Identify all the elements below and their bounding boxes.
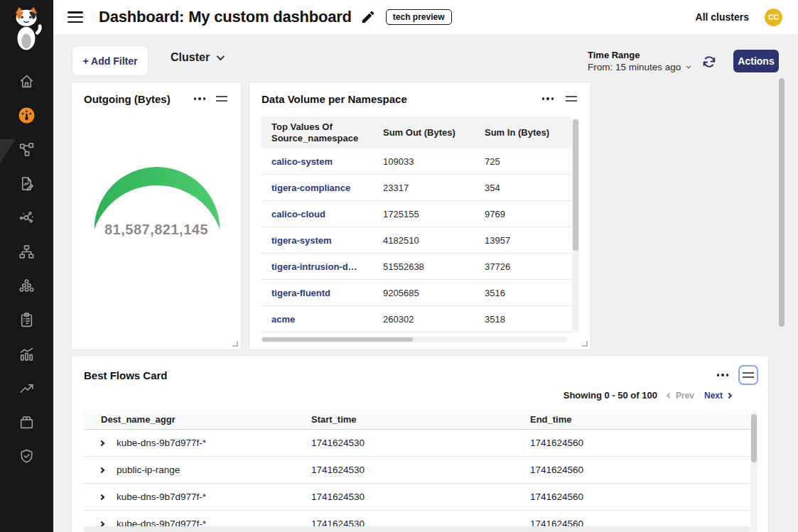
cluster-scope-selector[interactable]: All clusters [696, 11, 749, 23]
time-range-label: Time Range [588, 50, 689, 60]
service-graph-icon [18, 141, 36, 158]
more-options-icon[interactable] [539, 94, 557, 103]
next-label: Next [704, 391, 723, 401]
time-range-selector[interactable]: Time Range From: 15 minutes ago [588, 50, 689, 72]
dest-name: kube-dns-9b7d977f-* [117, 492, 206, 502]
dashboard-gauge-icon [18, 107, 36, 124]
namespace-link[interactable]: calico-cloud [271, 209, 325, 219]
sidebar-item-endpoints[interactable] [0, 271, 53, 300]
actions-button[interactable]: Actions [733, 50, 779, 72]
sitemap-icon [18, 243, 36, 261]
sidebar-item-trends[interactable] [0, 374, 53, 402]
vertical-scrollbar[interactable] [750, 411, 757, 532]
end-time: 1741624560 [530, 465, 750, 475]
table-row: calico-cloud 1725155 9769 [261, 201, 572, 227]
more-options-icon[interactable] [714, 371, 732, 379]
sidebar-item-service-graph[interactable] [0, 135, 53, 163]
table-row: public-ip-range 1741624530 1741624560 [84, 457, 750, 484]
namespace-link[interactable]: calico-system [271, 156, 333, 167]
filter-toolbar: + Add Filter Cluster Time Range From: 15… [53, 34, 798, 81]
sum-out-value: 23317 [372, 183, 474, 193]
expand-row-icon[interactable] [99, 466, 108, 474]
horizontal-scrollbar[interactable] [84, 526, 750, 532]
outgoing-bytes-card: Outgoing (Bytes) 81,587,821,145 [71, 82, 242, 350]
dest-name: public-ip-range [117, 465, 180, 475]
avatar[interactable]: CC [765, 9, 782, 26]
sum-out-value: 1725155 [372, 209, 474, 219]
top-header: Dashboard: My custom dashboard tech prev… [53, 0, 798, 34]
horizontal-scrollbar[interactable] [261, 337, 568, 342]
prev-page-button[interactable]: Prev [667, 391, 694, 401]
table-header-row: Top Values Of Source_namespace Sum Out (… [261, 116, 572, 148]
tech-preview-badge: tech preview [386, 9, 452, 25]
hamburger-menu-icon[interactable] [66, 9, 85, 25]
sidebar-item-dashboards[interactable] [0, 101, 53, 129]
end-time: 1741624560 [530, 492, 750, 502]
next-page-button[interactable]: Next [704, 391, 731, 401]
sidebar-item-home[interactable] [0, 67, 53, 95]
namespace-link[interactable]: acme [271, 314, 295, 325]
resize-handle[interactable] [232, 341, 238, 347]
expand-row-icon[interactable] [99, 493, 108, 501]
cluster-filter-dropdown[interactable]: Cluster [171, 51, 222, 64]
sum-in-value: 725 [474, 156, 572, 167]
sidebar-item-network-sets[interactable] [0, 203, 53, 232]
chevron-left-icon [667, 392, 672, 398]
chevron-down-icon [217, 53, 225, 60]
calico-logo[interactable] [10, 6, 43, 53]
drag-handle-icon[interactable] [214, 92, 230, 105]
drag-handle-icon[interactable] [738, 365, 758, 385]
table-row: kube-dns-9b7d977f-* 1741624530 174162456… [84, 484, 750, 511]
table-row: kube-dns-9b7d977f-* 1741624530 174162456… [84, 430, 750, 457]
sidebar-item-security[interactable] [0, 442, 53, 470]
sum-out-value: 109033 [372, 156, 474, 167]
calico-cat-logo-image [10, 6, 43, 50]
edit-dashboard-button[interactable] [360, 9, 376, 25]
page-title: Dashboard: My custom dashboard [99, 8, 352, 26]
namespace-link[interactable]: tigera-intrusion-d… [271, 261, 357, 272]
start-time: 1741624530 [311, 465, 530, 475]
start-time: 1741624530 [311, 438, 530, 448]
pagination: Showing 0 - 50 of 100 Prev Next [564, 390, 731, 401]
table-row: tigera-fluentd 9205685 3516 [261, 280, 572, 306]
namespace-link[interactable]: tigera-fluentd [271, 288, 330, 298]
resize-handle[interactable] [582, 341, 588, 347]
sum-out-value: 51552638 [372, 261, 474, 272]
expand-row-icon[interactable] [99, 439, 108, 447]
column-header: Sum In (Bytes) [474, 127, 572, 139]
page-scrollbar[interactable] [779, 78, 784, 327]
chevron-right-icon [726, 392, 732, 398]
sidebar-item-cluster-hierarchy[interactable] [0, 237, 53, 266]
sidebar-item-policies[interactable] [0, 305, 53, 334]
card-title: Outgoing (Bytes) [84, 93, 171, 105]
circle-cluster-icon [18, 277, 36, 295]
sidebar-item-inventory[interactable] [0, 408, 53, 436]
network-graph-icon [18, 209, 36, 227]
more-options-icon[interactable] [191, 94, 209, 103]
flows-table: Dest_name_aggr Start_time End_time kube-… [84, 410, 750, 532]
dest-name: kube-dns-9b7d977f-* [117, 438, 206, 448]
sum-in-value: 3516 [474, 288, 572, 298]
table-row: acme 260302 3518 [261, 306, 572, 332]
table-row: tigera-compliance 23317 354 [261, 175, 572, 201]
data-volume-card: Data Volume per Namespace Top Values Of … [249, 82, 591, 350]
sidebar [0, 0, 53, 532]
namespace-link[interactable]: tigera-system [271, 235, 332, 246]
sum-in-value: 354 [474, 183, 572, 193]
sum-in-value: 37726 [474, 261, 572, 272]
namespace-table: Top Values Of Source_namespace Sum Out (… [261, 116, 572, 332]
column-header: End_time [530, 414, 750, 425]
table-row: tigera-system 4182510 13957 [261, 227, 572, 254]
pagination-status: Showing 0 - 50 of 100 [564, 390, 657, 401]
namespace-link[interactable]: tigera-compliance [271, 183, 350, 193]
vertical-scrollbar[interactable] [572, 118, 579, 332]
sidebar-item-reports[interactable] [0, 340, 53, 368]
column-header: Top Values Of Source_namespace [261, 121, 372, 143]
refresh-button[interactable] [701, 54, 717, 70]
chevron-down-icon [686, 64, 691, 69]
drag-handle-icon[interactable] [564, 92, 579, 105]
sidebar-item-flow-visualizations[interactable] [0, 169, 53, 197]
gauge-value: 81,587,821,145 [72, 222, 241, 238]
bar-chart-icon [18, 345, 36, 363]
add-filter-button[interactable]: + Add Filter [72, 45, 149, 76]
